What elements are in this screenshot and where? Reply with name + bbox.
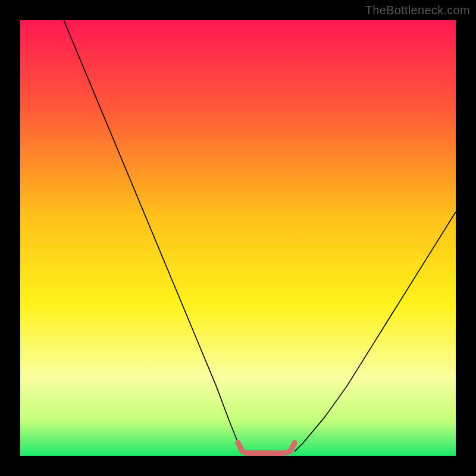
chart-background bbox=[20, 20, 456, 456]
chart-plot-area bbox=[20, 20, 456, 456]
watermark-text: TheBottleneck.com bbox=[365, 4, 470, 17]
chart-svg bbox=[20, 20, 456, 456]
